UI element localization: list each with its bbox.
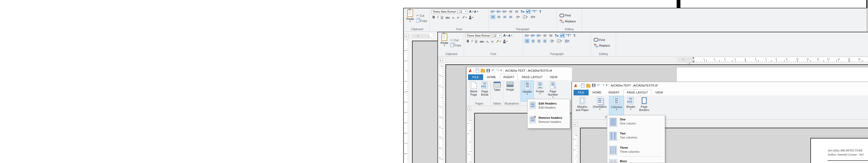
horizontal-ruler-w1[interactable]: 1 bbox=[409, 34, 433, 38]
superscript-button[interactable]: x² bbox=[491, 40, 493, 43]
first-line-indent-marker[interactable] bbox=[692, 57, 694, 59]
margin-marker-icon[interactable]: ↓ bbox=[575, 157, 576, 160]
bullet-list-button[interactable]: ▾ bbox=[490, 9, 495, 14]
columns-button[interactable]: Columns▾ bbox=[609, 96, 624, 115]
align-justify-button[interactable] bbox=[508, 15, 513, 19]
align-left-button[interactable] bbox=[525, 39, 529, 43]
para-left-mark-button[interactable]: ¶◂ bbox=[554, 33, 559, 38]
quick-access-menu-icon[interactable]: ▾ bbox=[501, 70, 502, 72]
copy-button[interactable]: Copy bbox=[450, 44, 461, 47]
font-size-select[interactable]: 12▾ bbox=[492, 33, 501, 38]
para-right-mark-button[interactable]: ▸¶ bbox=[560, 33, 565, 38]
increase-indent-button[interactable] bbox=[548, 33, 553, 38]
align-justify-button[interactable] bbox=[542, 39, 547, 43]
right-indent-marker[interactable]: → bbox=[687, 62, 690, 64]
cut-button[interactable]: ✂Cut bbox=[450, 38, 461, 42]
open-folder-icon[interactable] bbox=[586, 84, 590, 87]
align-center-button[interactable] bbox=[530, 39, 535, 43]
tab-home[interactable]: HOME bbox=[589, 90, 605, 96]
page-break-button[interactable]: ▶Page Break bbox=[479, 81, 490, 102]
menu-item-three[interactable]: ThreeThree columns bbox=[607, 145, 665, 156]
table-button[interactable]: Table bbox=[492, 81, 502, 102]
menu-item-edit-headers[interactable]: Edit HeadersEdit Headers bbox=[528, 101, 570, 110]
strikethrough-button[interactable]: abc bbox=[479, 40, 484, 43]
font-name-select[interactable]: Times New Roman▾ bbox=[466, 33, 492, 38]
align-left-button[interactable] bbox=[490, 15, 495, 19]
image-button[interactable]: Image bbox=[505, 81, 516, 102]
menu-item-more[interactable]: More bbox=[607, 158, 665, 163]
vertical-ruler-w4[interactable]: 12↓ bbox=[574, 135, 578, 163]
tab-file[interactable]: FILE bbox=[574, 90, 589, 96]
new-document-icon[interactable] bbox=[581, 83, 585, 87]
font-name-select[interactable]: Times New Roman▾ bbox=[431, 9, 457, 14]
decrease-indent-button[interactable] bbox=[508, 9, 513, 14]
strikethrough-button[interactable]: abc bbox=[445, 16, 450, 19]
undo-icon[interactable]: ↶ bbox=[597, 84, 600, 87]
save-icon[interactable] bbox=[592, 84, 595, 87]
blank-page-button[interactable]: Blank Page bbox=[469, 81, 479, 102]
italic-button[interactable]: I bbox=[437, 15, 438, 19]
underline-button[interactable]: U bbox=[475, 39, 477, 43]
subscript-button[interactable]: x₂ bbox=[452, 16, 455, 19]
tab-selector-button-w3[interactable]: L bbox=[467, 107, 471, 111]
vertical-ruler-w3[interactable]: 121↓ bbox=[468, 120, 472, 163]
menu-item-remove-headers[interactable]: ✕Remove headersRemove headers bbox=[528, 115, 570, 125]
italic-button[interactable]: I bbox=[471, 39, 473, 43]
margin-marker-icon[interactable]: ↓ bbox=[469, 141, 470, 144]
bold-button[interactable]: B bbox=[467, 39, 469, 43]
increase-indent-button[interactable] bbox=[514, 9, 519, 14]
bullet-list-button[interactable]: ▾ bbox=[525, 33, 529, 38]
page-number-button[interactable]: #Page Number▾ bbox=[546, 81, 560, 102]
line-spacing-button[interactable]: ↕▾ bbox=[548, 39, 555, 43]
orientation-button[interactable]: Orientation▾ bbox=[591, 96, 608, 115]
highlight-pen-button[interactable]: ▾ bbox=[496, 39, 501, 43]
find-button[interactable]: Find bbox=[560, 14, 580, 17]
font-color-button[interactable]: A▾ bbox=[469, 16, 473, 19]
menu-item-one[interactable]: OneOne column bbox=[607, 117, 665, 128]
margins-and-paper-button[interactable]: Margins and Paper bbox=[574, 96, 590, 115]
document-page-w1[interactable] bbox=[412, 41, 439, 163]
highlight-pen-button[interactable]: ▾ bbox=[462, 16, 467, 19]
underline-button[interactable]: U bbox=[441, 16, 443, 19]
replace-button[interactable]: AB→ACReplace bbox=[560, 19, 580, 23]
quick-access-menu-icon[interactable]: ▾ bbox=[606, 84, 608, 86]
titlebar-w3[interactable]: ↶↷▾ArCADia-TEXT - ArCADiaTEXT0.rtf bbox=[466, 67, 572, 74]
paste-button[interactable]: Paste▾ bbox=[406, 9, 414, 27]
tab-selector-button-w4[interactable]: L bbox=[573, 122, 577, 126]
tab-selector-button-w2[interactable]: L bbox=[439, 58, 443, 62]
redo-icon[interactable]: ↷ bbox=[601, 84, 604, 87]
tab-insert[interactable]: INSERT bbox=[500, 74, 518, 80]
paste-button[interactable]: Paste▾ bbox=[441, 33, 448, 52]
tab-page-layout[interactable]: PAGE LAYOUT bbox=[518, 74, 546, 80]
para-right-mark-button[interactable]: ▸¶ bbox=[526, 9, 531, 14]
open-folder-icon[interactable] bbox=[481, 69, 485, 73]
horizontal-ruler-w2[interactable]: 11234567891011121314151617LLLLLLLLLLLLL→ bbox=[443, 57, 868, 62]
shrink-font-button[interactable]: A▾ bbox=[508, 34, 512, 37]
superscript-button[interactable]: x² bbox=[457, 16, 459, 19]
text-direction-button[interactable]: "T" bbox=[532, 9, 537, 14]
multilevel-list-button[interactable]: ▾ bbox=[536, 33, 541, 38]
copy-button[interactable]: Copy bbox=[416, 19, 427, 23]
borders-button[interactable]: ▾ bbox=[522, 15, 529, 19]
bold-button[interactable]: B bbox=[433, 16, 435, 19]
subscript-button[interactable]: x₂ bbox=[486, 40, 489, 43]
find-button[interactable]: Find bbox=[594, 38, 614, 42]
shrink-font-button[interactable]: A▾ bbox=[474, 10, 478, 13]
breaks-button[interactable]: ▶Breaks▾ bbox=[625, 96, 637, 115]
menu-item-two[interactable]: TwoTwo columns bbox=[607, 131, 665, 142]
cut-button[interactable]: ✂Cut bbox=[416, 14, 427, 17]
tab-view[interactable]: VIEW bbox=[652, 90, 666, 96]
margin-marker-icon[interactable]: ↓ bbox=[405, 69, 407, 71]
tab-home[interactable]: HOME bbox=[484, 74, 499, 80]
sort-button[interactable]: ¶ bbox=[564, 39, 570, 43]
text-direction-button[interactable]: "T" bbox=[566, 33, 571, 38]
grow-font-button[interactable]: A▴ bbox=[503, 34, 507, 37]
pilcrow-button[interactable]: ¶ bbox=[538, 9, 542, 14]
pilcrow-button[interactable]: ¶ bbox=[572, 33, 577, 38]
numbered-list-button[interactable]: ▾ bbox=[530, 33, 535, 38]
page-borders-button[interactable]: Page Borders bbox=[638, 96, 651, 115]
undo-icon[interactable]: ↶ bbox=[492, 69, 494, 72]
tab-page-layout[interactable]: PAGE LAYOUT bbox=[623, 89, 651, 96]
multilevel-list-button[interactable]: ▾ bbox=[502, 9, 507, 14]
grow-font-button[interactable]: A▴ bbox=[469, 10, 473, 13]
